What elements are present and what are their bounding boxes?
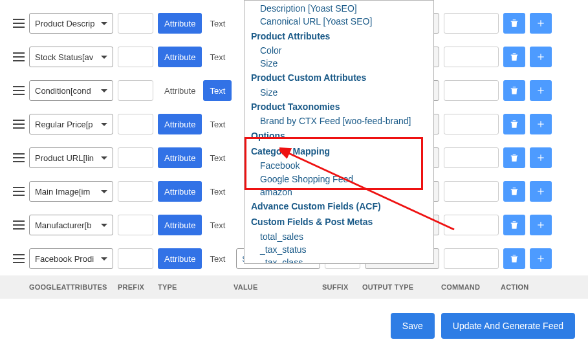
type-text-button[interactable]: Text xyxy=(203,215,232,235)
dropdown-item[interactable]: Canonical URL [Yoast SEO] xyxy=(245,15,433,28)
delete-row-button[interactable] xyxy=(503,248,525,269)
google-attribute-select[interactable]: Facebook Prodi xyxy=(29,248,113,269)
add-row-button[interactable] xyxy=(530,181,552,202)
dropdown-group-label: Product Attributes xyxy=(245,28,433,44)
type-toggle: AttributeText xyxy=(158,114,232,134)
header-prefix: PREFIX xyxy=(118,283,153,291)
type-toggle: AttributeText xyxy=(158,248,232,269)
command-input[interactable] xyxy=(444,248,499,269)
type-attribute-button[interactable]: Attribute xyxy=(158,80,202,101)
add-row-button[interactable] xyxy=(530,114,552,134)
drag-handle[interactable] xyxy=(13,254,25,263)
save-button[interactable]: Save xyxy=(391,313,435,339)
header-suffix: SUFFIX xyxy=(322,283,358,291)
delete-row-button[interactable] xyxy=(503,114,525,134)
header-command: COMMAND xyxy=(441,283,496,291)
add-row-button[interactable] xyxy=(530,80,552,101)
dropdown-item[interactable]: Color xyxy=(245,44,433,57)
type-attribute-button[interactable]: Attribute xyxy=(158,47,202,67)
dropdown-group-label: Advance Custom Fields (ACF) xyxy=(245,198,433,214)
dropdown-item[interactable]: amazon xyxy=(245,186,433,198)
drag-handle[interactable] xyxy=(13,187,25,196)
header-output: OUTPUT TYPE xyxy=(362,283,437,291)
prefix-input[interactable] xyxy=(118,13,153,34)
delete-row-button[interactable] xyxy=(503,47,525,67)
dropdown-item[interactable]: _tax_status xyxy=(245,243,433,256)
prefix-input[interactable] xyxy=(118,248,153,269)
type-toggle: AttributeText xyxy=(158,181,232,202)
prefix-input[interactable] xyxy=(118,114,153,134)
type-attribute-button[interactable]: Attribute xyxy=(158,13,202,34)
command-input[interactable] xyxy=(444,80,499,101)
google-attribute-select[interactable]: Product URL[lin xyxy=(29,147,113,168)
header-action: ACTION xyxy=(501,283,552,291)
type-text-button[interactable]: Text xyxy=(203,181,232,202)
type-attribute-button[interactable]: Attribute xyxy=(158,248,202,269)
type-attribute-button[interactable]: Attribute xyxy=(158,215,202,235)
dropdown-item[interactable]: Brand by CTX Feed [woo-feed-brand] xyxy=(245,114,433,127)
dropdown-group-label: Product Taxonomies xyxy=(245,99,433,114)
dropdown-item[interactable]: total_sales xyxy=(245,230,433,243)
drag-handle[interactable] xyxy=(13,52,25,61)
delete-row-button[interactable] xyxy=(503,215,525,235)
type-text-button[interactable]: Text xyxy=(203,147,232,168)
add-row-button[interactable] xyxy=(530,13,552,34)
command-input[interactable] xyxy=(444,181,499,202)
dropdown-item[interactable]: Facebook xyxy=(245,159,433,172)
dropdown-item[interactable]: Description [Yoast SEO] xyxy=(245,2,433,15)
dropdown-group-label: Options xyxy=(245,128,433,144)
add-row-button[interactable] xyxy=(530,248,552,269)
dropdown-item[interactable]: Size xyxy=(245,57,433,70)
footer: Save Update And Generate Feed xyxy=(0,299,588,353)
drag-handle[interactable] xyxy=(13,153,25,162)
header-googleattributes: GOOGLEATTRIBUTES xyxy=(29,283,113,291)
prefix-input[interactable] xyxy=(118,215,153,235)
prefix-input[interactable] xyxy=(118,47,153,67)
type-text-button[interactable]: Text xyxy=(203,80,232,101)
command-input[interactable] xyxy=(444,114,499,134)
command-input[interactable] xyxy=(444,47,499,67)
add-row-button[interactable] xyxy=(530,47,552,67)
delete-row-button[interactable] xyxy=(503,181,525,202)
type-text-button[interactable]: Text xyxy=(203,13,232,34)
attribute-dropdown-panel[interactable]: Description [Yoast SEO]Canonical URL [Yo… xyxy=(244,0,434,264)
drag-handle[interactable] xyxy=(13,220,25,230)
type-toggle: AttributeText xyxy=(158,47,232,67)
type-toggle: AttributeText xyxy=(158,215,232,235)
command-input[interactable] xyxy=(444,215,499,235)
drag-handle[interactable] xyxy=(13,19,25,28)
prefix-input[interactable] xyxy=(118,147,153,168)
google-attribute-select[interactable]: Main Image[im xyxy=(29,181,113,202)
dropdown-group-label: Custom Fields & Post Metas xyxy=(245,214,433,230)
type-text-button[interactable]: Text xyxy=(203,47,232,67)
dropdown-item[interactable]: _tax_class xyxy=(245,256,433,264)
type-toggle: AttributeText xyxy=(158,147,232,168)
dropdown-item[interactable]: Size xyxy=(245,86,433,99)
type-text-button[interactable]: Text xyxy=(203,114,232,134)
delete-row-button[interactable] xyxy=(503,80,525,101)
add-row-button[interactable] xyxy=(530,215,552,235)
update-generate-button[interactable]: Update And Generate Feed xyxy=(441,313,575,339)
type-attribute-button[interactable]: Attribute xyxy=(158,147,202,168)
google-attribute-select[interactable]: Stock Status[av xyxy=(29,47,113,67)
header-value: VALUE xyxy=(234,283,318,291)
google-attribute-select[interactable]: Manufacturer[b xyxy=(29,215,113,235)
dropdown-item[interactable]: Google Shopping Feed xyxy=(245,173,433,186)
drag-handle[interactable] xyxy=(13,86,25,95)
prefix-input[interactable] xyxy=(118,181,153,202)
google-attribute-select[interactable]: Product Descrip xyxy=(29,13,113,34)
google-attribute-select[interactable]: Regular Price[p xyxy=(29,114,113,134)
command-input[interactable] xyxy=(444,147,499,168)
header-type: TYPE xyxy=(158,283,229,291)
type-attribute-button[interactable]: Attribute xyxy=(158,114,202,134)
delete-row-button[interactable] xyxy=(503,13,525,34)
type-text-button[interactable]: Text xyxy=(203,248,232,269)
prefix-input[interactable] xyxy=(118,80,153,101)
dropdown-group-label: Category Mapping xyxy=(245,144,433,159)
command-input[interactable] xyxy=(444,13,499,34)
type-attribute-button[interactable]: Attribute xyxy=(158,181,202,202)
drag-handle[interactable] xyxy=(13,120,25,129)
google-attribute-select[interactable]: Condition[cond xyxy=(29,80,113,101)
add-row-button[interactable] xyxy=(530,147,552,168)
delete-row-button[interactable] xyxy=(503,147,525,168)
